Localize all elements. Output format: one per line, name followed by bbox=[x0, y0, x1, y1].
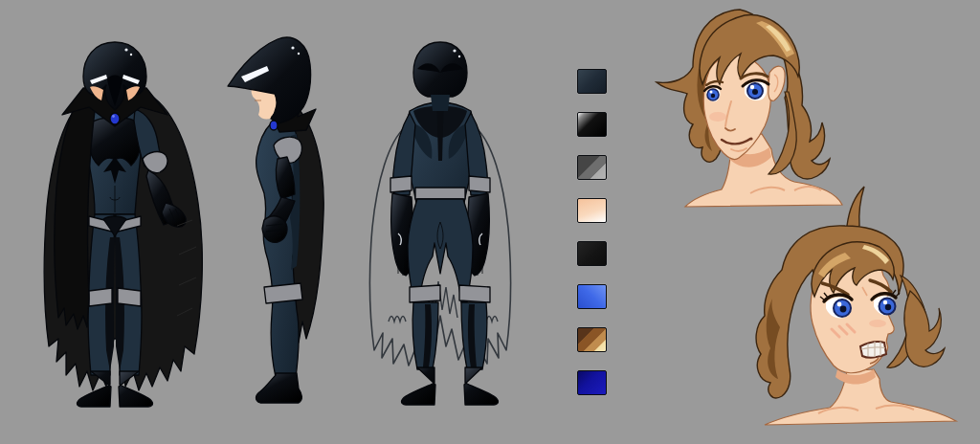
palette-swatch-gloss-black bbox=[577, 112, 607, 137]
head2 bbox=[756, 187, 956, 425]
palette-swatch-deep-blue bbox=[577, 370, 607, 395]
mouth-shape bbox=[860, 342, 886, 358]
eye-glint-left bbox=[710, 91, 713, 94]
knee-strap-right bbox=[459, 285, 490, 302]
cheek-blush bbox=[709, 112, 726, 122]
boot bbox=[256, 373, 302, 403]
boot-left bbox=[402, 367, 436, 405]
side-head bbox=[228, 37, 316, 132]
hair-wave-right bbox=[904, 291, 945, 366]
palette-swatch-split-gray bbox=[577, 155, 607, 180]
pupil-left bbox=[840, 306, 847, 313]
color-palette bbox=[577, 69, 607, 395]
smile-corner bbox=[749, 137, 752, 140]
helmet-specular-1 bbox=[291, 46, 294, 49]
palette-swatch-matte-black bbox=[577, 241, 607, 266]
palette-swatch-royal-blue bbox=[577, 284, 607, 309]
elbow-pad-left bbox=[390, 176, 412, 192]
pupil-right bbox=[885, 304, 891, 310]
knee-strap-right bbox=[118, 288, 141, 306]
character-front-view bbox=[33, 34, 225, 410]
gem-brooch bbox=[110, 113, 120, 124]
helmet-specular-1 bbox=[453, 49, 456, 52]
eye-glint-right bbox=[750, 85, 754, 89]
pupil-right bbox=[752, 89, 758, 95]
boot-right bbox=[464, 367, 499, 405]
glove-hand-on-hip bbox=[262, 216, 287, 243]
palette-swatch-hair-brown bbox=[577, 327, 607, 352]
palette-swatch-skin-tone bbox=[577, 198, 607, 223]
ear bbox=[768, 66, 785, 100]
pupil-left bbox=[711, 94, 715, 98]
helmet-specular-2 bbox=[298, 53, 300, 55]
eye-glint-left bbox=[837, 302, 842, 307]
back-head bbox=[413, 42, 467, 111]
eye-glint-right bbox=[883, 300, 887, 304]
character-side-view bbox=[222, 31, 354, 410]
knee-strap bbox=[264, 283, 302, 303]
elbow-pad-right bbox=[469, 176, 490, 192]
neck-back bbox=[431, 95, 450, 111]
nose-blush bbox=[869, 320, 886, 327]
helmet-specular-2 bbox=[458, 56, 460, 57]
helmet-specular-1 bbox=[124, 48, 127, 51]
head-study-worried bbox=[703, 184, 971, 438]
palette-swatch-steel-navy bbox=[577, 69, 607, 94]
ahoge bbox=[847, 187, 864, 230]
reference-sheet bbox=[0, 0, 980, 444]
knee-strap-left bbox=[410, 285, 440, 302]
knee-strap-left bbox=[89, 288, 112, 306]
gem-brooch bbox=[270, 121, 278, 130]
head1 bbox=[657, 10, 842, 207]
helmet-specular-2 bbox=[130, 54, 132, 56]
belt-back bbox=[415, 188, 465, 199]
gem-highlight bbox=[112, 115, 115, 118]
side-body bbox=[256, 119, 303, 403]
character-back-view bbox=[356, 34, 544, 410]
head-study-smiling bbox=[649, 2, 846, 209]
gritted-mouth bbox=[860, 342, 886, 358]
